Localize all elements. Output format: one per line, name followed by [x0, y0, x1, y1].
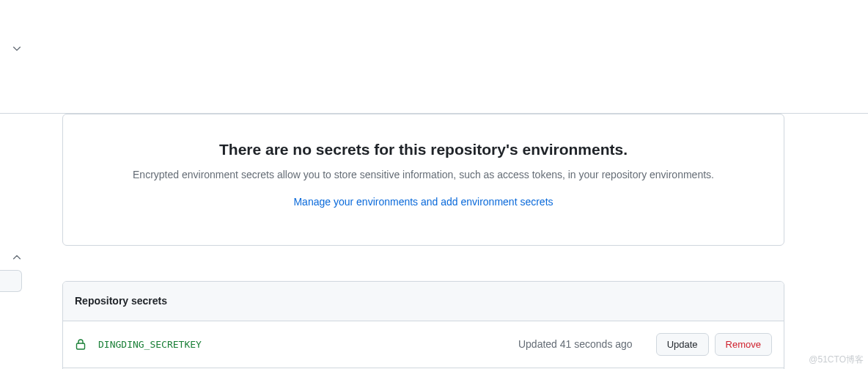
- manage-environments-link[interactable]: Manage your environments and add environ…: [293, 196, 553, 208]
- empty-description: Encrypted environment secrets allow you …: [123, 167, 724, 183]
- chevron-up-icon[interactable]: [12, 252, 22, 267]
- secret-updated: Updated 41 seconds ago: [518, 337, 633, 352]
- chevron-down-icon[interactable]: [12, 43, 22, 58]
- sidebar-divider-top: [0, 0, 868, 114]
- repository-secrets-header: Repository secrets: [63, 282, 784, 321]
- update-button[interactable]: Update: [656, 333, 709, 357]
- svg-rect-0: [77, 343, 85, 349]
- remove-button[interactable]: Remove: [715, 333, 772, 357]
- secret-row: DINGDING_SECRETKEY Updated 41 seconds ag…: [63, 321, 784, 369]
- empty-heading: There are no secrets for this repository…: [81, 138, 766, 161]
- sidebar-item-collapsed[interactable]: [0, 270, 22, 292]
- environment-secrets-empty-panel: There are no secrets for this repository…: [62, 114, 784, 246]
- lock-icon: [75, 337, 87, 351]
- watermark: @51CTO博客: [809, 353, 864, 366]
- secret-name: DINGDING_SECRETKEY: [98, 337, 202, 352]
- repository-secrets-box: Repository secrets DINGDING_SECRETKEY Up…: [62, 281, 784, 370]
